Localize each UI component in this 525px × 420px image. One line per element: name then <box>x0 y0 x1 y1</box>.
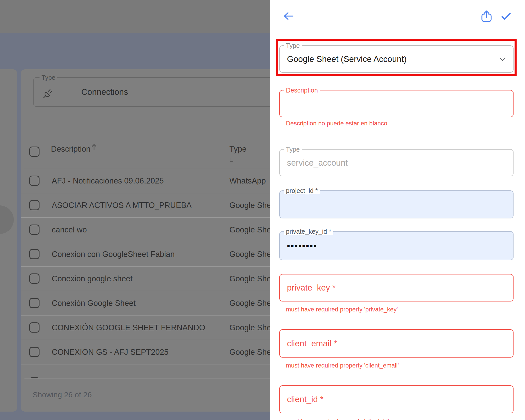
type-filter-field[interactable]: Type Connections <box>33 77 270 107</box>
row-type: Google Shee <box>229 193 270 217</box>
description-error-text: Description no puede estar en blanco <box>286 120 387 127</box>
type-readonly-value: service_account <box>287 150 348 176</box>
row-checkbox[interactable] <box>29 273 40 284</box>
client-email-field[interactable]: client_email * <box>279 329 514 358</box>
table-row[interactable]: CONEXIÓN GOOGLE SHEET FERNANDO Google Sh… <box>21 316 270 340</box>
table-row[interactable]: Conexion con GoogleSheet Fabian Google S… <box>21 242 270 267</box>
footer-divider <box>24 378 270 378</box>
row-description: cancel wo <box>52 218 87 242</box>
row-checkbox[interactable] <box>29 176 40 186</box>
row-checkbox[interactable] <box>29 298 40 308</box>
row-description: Conexion con GoogleSheet Fabian <box>52 242 175 266</box>
row-checkbox[interactable] <box>29 225 40 235</box>
side-panel-edge <box>0 69 17 412</box>
top-app-bar <box>0 0 270 33</box>
column-resize-handle[interactable] <box>230 158 233 162</box>
connection-edit-panel: Type Google Sheet (Service Account) Desc… <box>270 0 525 420</box>
type-select-field[interactable]: Type Google Sheet (Service Account) <box>279 45 514 73</box>
row-type: Google Shee <box>229 340 270 364</box>
panel-header <box>270 0 525 32</box>
connections-table-card: Type Connections Description Type <box>21 69 270 412</box>
check-icon[interactable] <box>501 12 511 20</box>
row-type: Google Shee <box>229 316 270 340</box>
type-readonly-field[interactable]: Type service_account <box>279 149 514 176</box>
row-description: Conexión Google Sheet <box>52 291 136 315</box>
row-type: Google Shee <box>229 291 270 315</box>
project-id-label: project_id * <box>284 187 320 194</box>
type-filter-value: Connections <box>81 78 128 106</box>
table-row[interactable]: CONEXION GS - AFJ SEPT2025 Google Shee <box>21 340 270 364</box>
type-filter-label: Type <box>40 74 57 81</box>
share-icon[interactable] <box>481 10 492 22</box>
row-description: CONEXION GS - AFJ SEPT2025 <box>52 340 168 364</box>
table-row-partial[interactable] <box>21 364 270 378</box>
connection-plug-icon <box>43 88 53 99</box>
row-description: AFJ - Notificaciónes 09.06.2025 <box>52 169 164 193</box>
table-row[interactable]: Conexion google sheet Google Shee <box>21 267 270 291</box>
client-email-error-text: must have required property 'client_emai… <box>286 362 399 369</box>
client-id-field[interactable]: client_id * <box>279 385 514 413</box>
header-divider <box>24 165 270 165</box>
row-checkbox[interactable] <box>29 200 40 210</box>
table-row[interactable]: AFJ - Notificaciónes 09.06.2025 WhatsApp <box>21 169 270 193</box>
type-select-value: Google Sheet (Service Account) <box>287 46 407 72</box>
row-type: Google Shee <box>229 267 270 291</box>
row-checkbox[interactable] <box>29 249 40 259</box>
select-all-checkbox[interactable] <box>29 147 40 157</box>
row-description: CONEXIÓN GOOGLE SHEET FERNANDO <box>52 316 205 340</box>
private-key-field[interactable]: private_key * <box>279 274 514 301</box>
client-id-error-text: must have required property 'client_id' <box>286 417 389 420</box>
client-id-label: client_id * <box>287 386 323 413</box>
description-field[interactable]: Description <box>279 90 514 117</box>
private-key-error-text: must have required property 'private_key… <box>286 306 398 313</box>
table-row[interactable]: ASOCIAR ACTIVOS A MTTO_PRUEBA Google She… <box>21 193 270 218</box>
column-header-type[interactable]: Type <box>229 145 246 154</box>
row-type: WhatsApp <box>229 169 266 193</box>
sort-ascending-icon[interactable] <box>91 144 97 150</box>
arrow-left-icon[interactable] <box>283 12 294 20</box>
table-footer-count: Showing 26 of 26 <box>33 390 92 400</box>
row-description: Conexion google sheet <box>52 267 133 291</box>
row-checkbox[interactable] <box>29 347 40 357</box>
table-row[interactable]: Conexión Google Sheet Google Shee <box>21 291 270 316</box>
private-key-label: private_key * <box>287 274 336 301</box>
column-header-description[interactable]: Description <box>51 145 90 154</box>
row-type: Google Shee <box>229 218 270 242</box>
table-rows: AFJ - Notificaciónes 09.06.2025 WhatsApp… <box>21 169 270 378</box>
client-email-label: client_email * <box>287 330 337 357</box>
row-type: Google Shee <box>229 242 270 266</box>
row-checkbox[interactable] <box>29 322 40 333</box>
dimmed-background-page: Type Connections Description Type <box>0 0 270 420</box>
private-key-id-masked-value: •••••••• <box>287 232 317 260</box>
project-id-field[interactable]: project_id * <box>279 190 514 218</box>
row-description: ASOCIAR ACTIVOS A MTTO_PRUEBA <box>52 193 192 217</box>
description-label: Description <box>284 87 320 94</box>
private-key-id-field[interactable]: private_key_id * •••••••• <box>279 231 514 260</box>
table-row[interactable]: cancel wo Google Shee <box>21 218 270 242</box>
chevron-down-icon[interactable] <box>499 57 506 61</box>
